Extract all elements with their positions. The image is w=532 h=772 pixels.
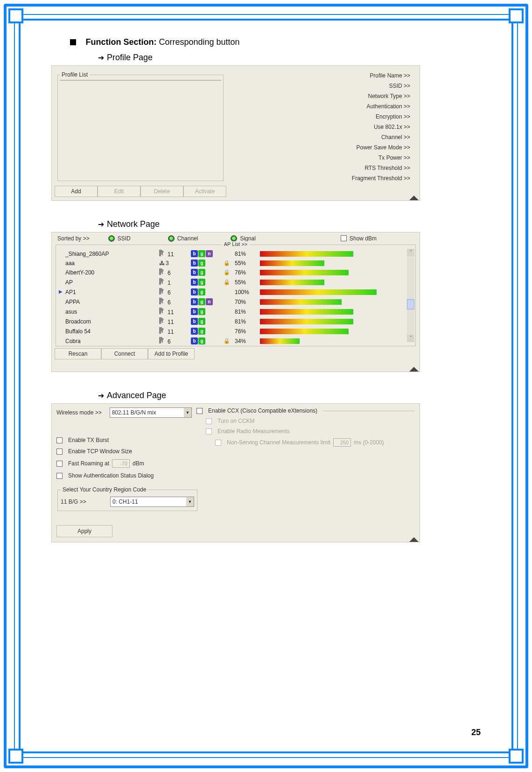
collapse-icon[interactable] (409, 537, 419, 542)
collapse-icon[interactable] (409, 367, 419, 372)
arrow-icon: ➔ (98, 54, 104, 62)
profile-panel: Profile List Add Edit Delete Activate Pr… (51, 65, 420, 201)
wireless-mode-select[interactable]: 802.11 B/G/N mix ▼ (110, 407, 192, 418)
advanced-page-label: ➔Advanced Page (98, 391, 481, 400)
fast-roaming-value[interactable]: -70 (112, 459, 130, 468)
profile-field-label: Fragment Threshold >> (232, 175, 410, 182)
ap-row[interactable]: Broadcom11bg81% (57, 316, 406, 326)
antenna-icon (159, 309, 167, 316)
checkbox-icon (196, 408, 203, 414)
fast-roaming-checkbox[interactable]: Fast Roaming at -70 dBm (56, 459, 192, 468)
profile-field-label: RTS Threshold >> (232, 165, 410, 171)
ap-row[interactable]: APPA6bgn70% (57, 297, 406, 307)
mode-g-icon: g (198, 269, 205, 276)
profile-field-label: Power Save Mode >> (232, 144, 410, 151)
enable-ccx-checkbox[interactable]: Enable CCX (Cisco Compatible eXtensions) (196, 407, 415, 414)
rescan-button[interactable]: Rescan (55, 348, 101, 359)
mode-g-icon: g (198, 308, 205, 315)
signal-percent: 76% (235, 328, 253, 335)
edit-button[interactable]: Edit (98, 186, 140, 197)
signal-percent: 81% (235, 309, 253, 315)
ap-channel: 11 (159, 250, 187, 258)
ccx-radio-checkbox[interactable]: Enable Radio Measurements (206, 428, 415, 435)
signal-percent: 34% (235, 338, 253, 344)
ap-ssid: aaa (60, 260, 155, 267)
ap-channel: 6 (159, 288, 187, 296)
antenna-icon (159, 299, 167, 306)
ap-row[interactable]: AlbertY-2006bg🔒76% (57, 267, 406, 277)
sort-channel-radio[interactable]: Channel (168, 235, 198, 242)
scrollbar[interactable]: ˄ ˅ (407, 249, 414, 342)
profile-list-group: Profile List (57, 71, 224, 181)
ap-row[interactable]: aaa🖧3bg🔒55% (57, 259, 406, 267)
profile-field-label: Encryption >> (232, 113, 410, 120)
connect-button[interactable]: Connect (101, 348, 148, 359)
radio-icon (168, 235, 175, 242)
ap-row[interactable]: AP16bg100% (57, 287, 406, 297)
enable-tx-burst-checkbox[interactable]: Enable TX Burst (56, 437, 192, 443)
ap-channel: 6 (159, 337, 187, 345)
ap-row[interactable]: _Shiang_2860AP11bgn81% (57, 249, 406, 259)
antenna-icon (159, 270, 167, 276)
show-auth-checkbox[interactable]: Show Authentication Status Dialog (56, 472, 192, 479)
mode-b-icon: b (191, 288, 198, 295)
mode-badges: bgn (191, 298, 219, 305)
add-button[interactable]: Add (55, 186, 98, 197)
region-group: Select Your Country Region Code 11 B/G >… (57, 486, 197, 511)
heading-desc: Corresponding button (159, 37, 239, 47)
mode-b-icon: b (191, 260, 198, 267)
bg-region-select[interactable]: 0: CH1-11 ▼ (110, 497, 194, 507)
lock-icon: 🔒 (223, 338, 231, 344)
signal-percent: 55% (235, 279, 253, 286)
ccx-nonserv-checkbox[interactable]: Non-Serving Channel Measurements limit 2… (206, 438, 415, 447)
scroll-down-icon[interactable]: ˅ (407, 335, 414, 342)
delete-button[interactable]: Delete (140, 186, 183, 197)
enable-tcp-checkbox[interactable]: Enable TCP Window Size (56, 448, 192, 455)
signal-percent: 76% (235, 269, 253, 276)
profile-listbox[interactable] (60, 80, 221, 81)
checkbox-icon (56, 473, 63, 479)
ap-row[interactable]: Buffalo 5411bg76% (57, 326, 406, 336)
sort-ssid-radio[interactable]: SSID (108, 235, 131, 242)
wireless-mode-label: Wireless mode >> (56, 409, 107, 416)
mode-g-icon: g (198, 279, 205, 286)
ap-row[interactable]: Cobra6bg🔒34% (57, 336, 406, 346)
ap-ssid: _Shiang_2860AP (60, 251, 155, 257)
profile-list-title: Profile List (60, 71, 90, 78)
antenna-icon (159, 338, 167, 345)
section-heading: Function Section: Corresponding button (70, 37, 481, 47)
ap-row[interactable]: asus11bg81% (57, 307, 406, 316)
signal-percent: 81% (235, 318, 253, 325)
scroll-up-icon[interactable]: ˄ (407, 249, 414, 256)
lock-icon: 🔒 (223, 260, 231, 266)
ccx-cckm-checkbox[interactable]: Turn on CCKM (206, 418, 415, 424)
signal-bar (260, 251, 353, 257)
mode-b-icon: b (191, 337, 198, 344)
mode-b-icon: b (191, 269, 198, 276)
mode-badges: bg (191, 269, 219, 276)
mode-b-icon: b (191, 318, 198, 325)
ap-channel: 1 (159, 278, 187, 286)
arrow-icon: ➔ (98, 392, 104, 400)
activate-button[interactable]: Activate (183, 186, 226, 197)
chevron-down-icon: ▼ (186, 497, 194, 506)
profile-field-label: Authentication >> (232, 103, 410, 110)
scroll-thumb[interactable] (407, 299, 414, 309)
show-dbm-checkbox[interactable]: Show dBm (341, 235, 377, 242)
antenna-icon (159, 251, 167, 258)
ccx-ms-value[interactable]: 250 (333, 438, 351, 447)
checkbox-icon (206, 418, 212, 424)
signal-bar (260, 289, 377, 295)
ap-row[interactable]: AP1bg🔒55% (57, 277, 406, 287)
heading-label: Function Section: (85, 37, 156, 47)
ap-channel: 6 (159, 298, 187, 306)
checkbox-icon (341, 235, 347, 241)
corner-icon (509, 8, 524, 23)
checkbox-icon (56, 449, 63, 455)
apply-button[interactable]: Apply (56, 525, 112, 537)
advanced-panel: Wireless mode >> 802.11 B/G/N mix ▼ Enab… (51, 403, 420, 542)
add-to-profile-button[interactable]: Add to Profile (148, 348, 195, 359)
collapse-icon[interactable] (409, 196, 419, 200)
profile-page-label: ➔Profile Page (98, 53, 481, 63)
sort-signal-radio[interactable]: Signal (231, 235, 255, 242)
